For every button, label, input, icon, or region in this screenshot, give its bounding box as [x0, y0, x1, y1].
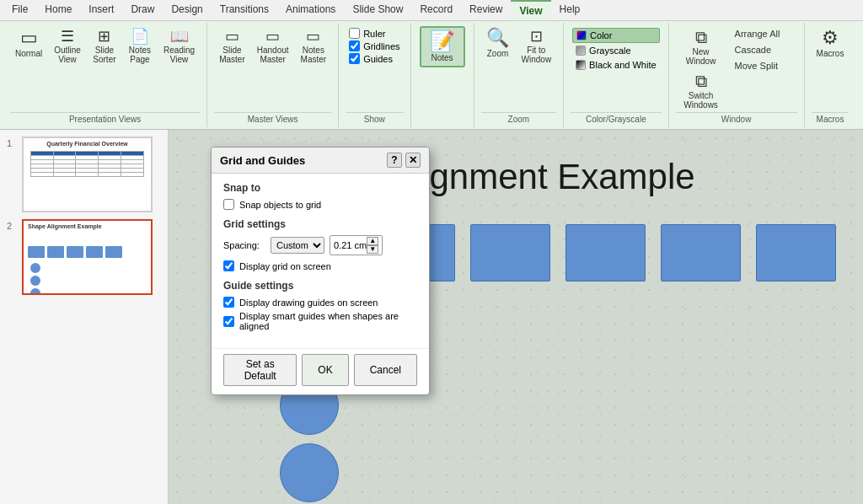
ribbon: File Home Insert Draw Design Transitions…: [0, 0, 863, 130]
notes-master-label: NotesMaster: [301, 46, 327, 64]
tab-view[interactable]: View: [511, 0, 550, 20]
tab-help[interactable]: Help: [551, 0, 589, 20]
color-option-label: Color: [590, 30, 612, 40]
slide-master-label: SlideMaster: [219, 46, 245, 64]
display-smart-checkbox[interactable]: [223, 316, 234, 327]
gridlines-checkbox[interactable]: [349, 40, 360, 51]
thumb-circle-2: [30, 276, 40, 286]
dialog-close-button[interactable]: ✕: [405, 153, 421, 168]
slide2-title: Shape Alignment Example: [24, 221, 151, 232]
arrange-all-button[interactable]: Arrange All: [730, 26, 797, 41]
snap-to-section: Snap to Snap objects to grid: [223, 182, 417, 210]
ribbon-content: ▭ Normal ☰ OutlineView ⊞ SlideSorter 📄 N…: [0, 21, 863, 129]
cascade-button[interactable]: Cascade: [730, 42, 797, 57]
tab-record[interactable]: Record: [411, 0, 461, 20]
reading-view-button[interactable]: 📖 ReadingView: [158, 26, 200, 67]
slide2-rects: [28, 246, 122, 258]
guides-label: Guides: [363, 54, 393, 64]
handout-master-button[interactable]: ▭ HandoutMaster: [252, 26, 294, 67]
display-smart-row: Display smart guides when shapes are ali…: [223, 311, 417, 331]
spacing-value-text[interactable]: 0.21 cm: [334, 240, 367, 250]
switch-windows-label: SwitchWindows: [683, 91, 718, 110]
new-window-button[interactable]: ⧉ NewWindow: [676, 26, 726, 68]
display-drawing-checkbox[interactable]: [223, 297, 234, 308]
snap-objects-checkbox[interactable]: [223, 199, 234, 210]
notes-button[interactable]: 📝 Notes: [420, 26, 465, 67]
arrange-all-label: Arrange All: [735, 29, 780, 39]
bw-dot-icon: [576, 60, 586, 70]
guides-checkbox[interactable]: [349, 53, 360, 64]
display-grid-checkbox[interactable]: [223, 260, 234, 271]
tab-slideshow[interactable]: Slide Show: [344, 0, 411, 20]
thumb-rect-1: [28, 246, 45, 258]
thumb-circle-1: [30, 263, 40, 273]
gridlines-check[interactable]: Gridlines: [349, 40, 399, 51]
grid-guides-dialog: Grid and Guides ? ✕ Snap to Snap objects…: [211, 147, 430, 395]
tab-transitions[interactable]: Transitions: [212, 0, 277, 20]
snap-to-title: Snap to: [223, 182, 417, 194]
fit-to-window-button[interactable]: ⊡ Fit toWindow: [517, 26, 557, 67]
normal-view-button[interactable]: ▭ Normal: [10, 26, 47, 61]
slide-thumbnail-1[interactable]: 1 Quarterly Financial Overview: [7, 137, 161, 212]
ruler-label: Ruler: [363, 29, 385, 39]
notes-page-icon: 📄: [131, 29, 149, 44]
fit-window-label: Fit toWindow: [522, 46, 552, 64]
ruler-check[interactable]: Ruler: [349, 28, 399, 39]
spacing-down-button[interactable]: ▼: [367, 245, 378, 254]
tab-animations[interactable]: Animations: [277, 0, 344, 20]
new-window-icon: ⧉: [695, 29, 707, 46]
group-presentation-views: ▭ Normal ☰ OutlineView ⊞ SlideSorter 📄 N…: [3, 23, 207, 127]
switch-windows-button[interactable]: ⧉ SwitchWindows: [676, 70, 726, 112]
slide-sorter-button[interactable]: ⊞ SlideSorter: [88, 26, 121, 67]
notes-master-button[interactable]: ▭ NotesMaster: [296, 26, 332, 67]
master-views-items: ▭ SlideMaster ▭ HandoutMaster ▭ NotesMas…: [214, 26, 331, 112]
snap-objects-label: Snap objects to grid: [239, 200, 321, 210]
dialog-help-button[interactable]: ?: [387, 153, 402, 168]
tab-review[interactable]: Review: [461, 0, 511, 20]
slide-image-2: Shape Alignment Example: [22, 219, 153, 295]
gridlines-label: Gridlines: [363, 41, 399, 51]
ruler-checkbox[interactable]: [349, 28, 360, 39]
move-split-button[interactable]: Move Split: [730, 58, 797, 73]
black-white-option-button[interactable]: Black and White: [572, 58, 659, 72]
outline-view-button[interactable]: ☰ OutlineView: [49, 26, 86, 67]
thumb-rect-5: [105, 246, 122, 258]
slide-thumbnail-2[interactable]: 2 Shape Alignment Example: [7, 219, 161, 295]
grayscale-option-button[interactable]: Grayscale: [572, 44, 659, 57]
slide1-table: [30, 151, 145, 177]
macros-label: Macros: [812, 112, 850, 124]
tab-file[interactable]: File: [3, 0, 36, 20]
snap-objects-row: Snap objects to grid: [223, 199, 417, 210]
slide-image-1: Quarterly Financial Overview: [22, 137, 153, 212]
reading-view-label: ReadingView: [163, 46, 195, 64]
display-grid-label: Display grid on screen: [239, 261, 331, 271]
zoom-button[interactable]: 🔍 Zoom: [481, 26, 515, 61]
slide-panel: 1 Quarterly Financial Overview: [0, 130, 169, 504]
notes-page-button[interactable]: 📄 NotesPage: [123, 26, 157, 67]
display-grid-row: Display grid on screen: [223, 260, 417, 271]
spacing-select[interactable]: Custom: [271, 237, 324, 254]
outline-view-label: OutlineView: [54, 46, 81, 64]
guides-check[interactable]: Guides: [349, 53, 399, 64]
tab-home[interactable]: Home: [36, 0, 80, 20]
tab-insert[interactable]: Insert: [80, 0, 122, 20]
group-show: Ruler Gridlines Guides Show: [339, 23, 410, 127]
cancel-button[interactable]: Cancel: [354, 354, 417, 386]
slide-master-button[interactable]: ▭ SlideMaster: [214, 26, 250, 67]
tab-design[interactable]: Design: [163, 0, 211, 20]
black-white-option-label: Black and White: [589, 60, 656, 70]
group-color-grayscale: Color Grayscale Black and White Color/Gr…: [564, 23, 668, 127]
grid-settings-section: Grid settings Spacing: Custom 0.21 cm ▲ …: [223, 218, 417, 271]
dialog-overlay: Grid and Guides ? ✕ Snap to Snap objects…: [169, 130, 863, 504]
spacing-up-button[interactable]: ▲: [367, 237, 378, 245]
macros-button[interactable]: ⚙ Macros: [812, 26, 850, 61]
group-window: ⧉ NewWindow ⧉ SwitchWindows Arrange All …: [669, 23, 805, 127]
tab-draw[interactable]: Draw: [122, 0, 163, 20]
macros-icon: ⚙: [822, 29, 839, 47]
main-area: 1 Quarterly Financial Overview: [0, 130, 863, 504]
grid-settings-title: Grid settings: [223, 218, 417, 230]
color-grayscale-label: Color/Grayscale: [571, 112, 661, 124]
set-default-button[interactable]: Set as Default: [223, 354, 297, 386]
ok-button[interactable]: OK: [302, 354, 348, 386]
color-option-button[interactable]: Color: [572, 28, 659, 43]
